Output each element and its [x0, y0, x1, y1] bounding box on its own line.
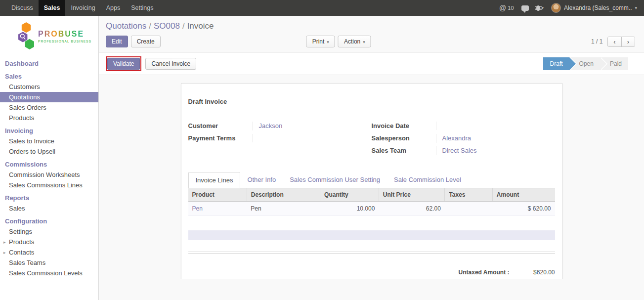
sidebar-section-invoicing[interactable]: Invoicing	[0, 126, 98, 136]
print-label: Print	[312, 38, 325, 45]
cancel-invoice-button[interactable]: Cancel Invoice	[145, 58, 196, 70]
sidebar-section-sales[interactable]: Sales	[0, 71, 98, 82]
empty-row-band	[188, 230, 555, 240]
sidebar-item-orders-to-upsell[interactable]: Orders to Upsell	[0, 146, 98, 157]
cell-product: Pen	[188, 202, 247, 216]
messages-icon[interactable]	[521, 5, 529, 11]
status-draft[interactable]: Draft	[543, 57, 569, 70]
sidebar-section-configuration[interactable]: Configuration	[0, 216, 98, 226]
cell-amount: $ 620.00	[492, 202, 555, 216]
tab-other-info[interactable]: Other Info	[240, 172, 283, 188]
sidebar-item-label: Contacts	[9, 249, 34, 256]
invoice-line-row[interactable]: Pen Pen 10.000 62.00 $ 620.00	[188, 202, 555, 216]
control-panel: Quotations/SO008/Invoice Edit Create Pri…	[99, 16, 644, 52]
sidebar-section-reports[interactable]: Reports	[0, 193, 98, 203]
sidebar-item-products[interactable]: Products	[0, 113, 98, 123]
menu-invoicing[interactable]: Invoicing	[65, 0, 100, 16]
sidebar-item-sales-to-invoice[interactable]: Sales to Invoice	[0, 136, 98, 146]
form-statusbar: Validate Cancel Invoice Draft Open Paid	[99, 52, 644, 75]
cell-unit-price: 62.00	[379, 202, 445, 216]
sidebar-item-sales-commissions-lines[interactable]: Sales Commissions Lines	[0, 180, 98, 190]
sidebar-item-commission-worksheets[interactable]: Commission Worksheets	[0, 170, 98, 180]
group-separator	[188, 252, 555, 254]
header-quantity: Quantity	[320, 188, 379, 202]
customer-label: Customer	[188, 122, 253, 129]
menu-settings[interactable]: Settings	[126, 0, 159, 16]
create-button[interactable]: Create	[131, 36, 161, 47]
customer-value-link[interactable]: Jackson	[253, 122, 355, 130]
sidebar-item-settings[interactable]: Settings	[0, 226, 98, 237]
breadcrumb-invoice: Invoice	[187, 21, 214, 31]
tab-sales-commission-user-setting[interactable]: Sales Commission User Setting	[283, 172, 387, 188]
field-customer: Customer Jackson	[188, 122, 355, 131]
sidebar-item-contacts[interactable]: ▸Contacts	[0, 247, 98, 257]
validate-button[interactable]: Validate	[107, 58, 140, 70]
edit-button[interactable]: Edit	[106, 36, 128, 47]
invoice-date-value	[436, 122, 538, 130]
header-product: Product	[188, 188, 247, 202]
expand-arrow-icon: ▸	[3, 249, 6, 257]
menu-discuss[interactable]: Discuss	[6, 0, 39, 16]
cell-taxes	[445, 202, 492, 216]
sidebar-nav: Dashboard Sales Customers Quotations Sal…	[0, 58, 98, 278]
pager-value: 1 / 1	[591, 38, 602, 45]
invoice-lines-table: Product Description Quantity Unit Price …	[188, 188, 555, 216]
validate-highlight-box: Validate	[106, 56, 141, 71]
untaxed-amount-row: Untaxed Amount : $620.00	[422, 267, 555, 277]
sidebar-item-dashboard[interactable]: Dashboard	[0, 58, 98, 69]
action-button-group: Print▾ Action▾	[306, 36, 371, 47]
breadcrumb-quotations[interactable]: Quotations	[106, 21, 146, 31]
invoice-date-label: Invoice Date	[372, 122, 436, 129]
pager-next-button[interactable]: ›	[621, 37, 635, 46]
caret-down-icon: ▾	[327, 40, 329, 44]
activity-count: 10	[508, 5, 514, 11]
sidebar-item-customers[interactable]: Customers	[0, 82, 98, 92]
caret-down-icon: ▾	[542, 5, 544, 10]
sidebar-item-sales-commission-levels[interactable]: Sales Commission Levels	[0, 268, 98, 278]
breadcrumb-so008[interactable]: SO008	[154, 21, 180, 31]
logo-hexagons-icon	[18, 22, 35, 50]
app-menu: Discuss Sales Invoicing Apps Settings	[0, 0, 159, 16]
action-dropdown-button[interactable]: Action▾	[338, 36, 371, 47]
breadcrumb-separator: /	[182, 21, 185, 31]
sidebar-section-commissions[interactable]: Commissions	[0, 159, 98, 170]
field-groups: Customer Jackson Payment Terms Invoice D…	[188, 122, 555, 156]
user-avatar	[551, 3, 561, 13]
invoice-state-title: Draft Invoice	[188, 98, 555, 105]
breadcrumb: Quotations/SO008/Invoice	[106, 21, 635, 31]
debug-menu[interactable]: ▾	[536, 5, 544, 11]
user-name: Alexandra (Sales_comm..	[564, 4, 632, 11]
salesperson-value-link[interactable]: Alexandra	[436, 134, 538, 143]
sidebar-item-quotations[interactable]: Quotations	[0, 92, 98, 102]
menu-apps[interactable]: Apps	[101, 0, 126, 16]
print-dropdown-button[interactable]: Print▾	[306, 36, 335, 47]
sidebar-item-label: Products	[9, 238, 34, 246]
menu-sales[interactable]: Sales	[39, 0, 66, 16]
pager-buttons: ‹ ›	[607, 37, 635, 47]
sidebar-item-sales-orders[interactable]: Sales Orders	[0, 102, 98, 113]
at-icon: @	[499, 4, 506, 12]
tax-value: $0.00	[516, 279, 555, 279]
header-amount: Amount	[492, 188, 555, 202]
invoice-sheet: Draft Invoice Customer Jackson Payment T…	[181, 83, 562, 279]
untaxed-amount-label: Untaxed Amount :	[422, 269, 516, 276]
sales-team-value-link[interactable]: Direct Sales	[436, 146, 538, 155]
totals-block: Untaxed Amount : $620.00 Tax : $0.00 Tot…	[422, 267, 555, 279]
logo-title: PROBUSE	[38, 30, 91, 39]
tab-sale-commission-level[interactable]: Sale Commission Level	[387, 172, 468, 188]
activities-menu[interactable]: @ 10	[499, 4, 514, 12]
field-payment-terms: Payment Terms	[188, 134, 355, 144]
tab-invoice-lines[interactable]: Invoice Lines	[188, 172, 241, 188]
bug-icon	[536, 5, 540, 11]
expand-arrow-icon: ▸	[3, 239, 6, 246]
notebook-tabs: Invoice Lines Other Info Sales Commissio…	[188, 172, 555, 188]
sidebar-item-products-config[interactable]: ▸Products	[0, 237, 98, 247]
field-salesperson: Salesperson Alexandra	[372, 134, 538, 144]
pager-previous-button[interactable]: ‹	[608, 37, 621, 46]
sidebar-item-sales-teams[interactable]: Sales Teams	[0, 257, 98, 268]
tax-row: Tax : $0.00	[422, 277, 555, 279]
header-taxes: Taxes	[445, 188, 492, 202]
user-menu[interactable]: Alexandra (Sales_comm.. ▾	[551, 3, 637, 13]
field-sales-team: Sales Team Direct Sales	[372, 146, 538, 156]
sidebar-item-reports-sales[interactable]: Sales	[0, 203, 98, 214]
